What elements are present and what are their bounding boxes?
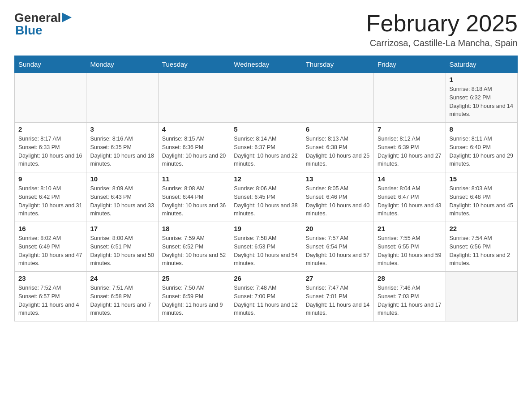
calendar-cell [230, 73, 302, 123]
day-number: 9 [18, 175, 82, 183]
calendar-cell: 23Sunrise: 7:52 AM Sunset: 6:57 PM Dayli… [15, 272, 86, 321]
calendar-cell: 14Sunrise: 8:04 AM Sunset: 6:47 PM Dayli… [374, 172, 446, 222]
day-info: Sunrise: 7:57 AM Sunset: 6:54 PM Dayligh… [306, 234, 370, 268]
calendar-cell: 10Sunrise: 8:09 AM Sunset: 6:43 PM Dayli… [86, 172, 158, 222]
title-area: February 2025 Carrizosa, Castille-La Man… [366, 11, 518, 48]
calendar-cell: 9Sunrise: 8:10 AM Sunset: 6:42 PM Daylig… [15, 172, 86, 222]
weekday-header-saturday: Saturday [446, 56, 517, 73]
day-info: Sunrise: 8:05 AM Sunset: 6:46 PM Dayligh… [306, 184, 370, 218]
day-number: 20 [306, 225, 370, 232]
calendar-cell [374, 73, 446, 123]
day-number: 17 [90, 225, 154, 232]
logo-arrow-icon [62, 12, 74, 23]
day-info: Sunrise: 8:09 AM Sunset: 6:43 PM Dayligh… [90, 184, 154, 218]
day-info: Sunrise: 7:51 AM Sunset: 6:58 PM Dayligh… [90, 284, 154, 317]
calendar-cell: 5Sunrise: 8:14 AM Sunset: 6:37 PM Daylig… [230, 123, 302, 172]
day-info: Sunrise: 7:58 AM Sunset: 6:53 PM Dayligh… [234, 234, 298, 268]
day-number: 22 [450, 225, 514, 232]
day-number: 8 [450, 125, 514, 133]
calendar-cell: 16Sunrise: 8:02 AM Sunset: 6:49 PM Dayli… [15, 222, 86, 272]
day-info: Sunrise: 7:46 AM Sunset: 7:03 PM Dayligh… [378, 284, 442, 317]
calendar-cell: 11Sunrise: 8:08 AM Sunset: 6:44 PM Dayli… [158, 172, 230, 222]
day-number: 25 [162, 274, 226, 282]
day-number: 26 [234, 274, 298, 282]
day-info: Sunrise: 8:06 AM Sunset: 6:45 PM Dayligh… [234, 184, 298, 218]
day-info: Sunrise: 8:04 AM Sunset: 6:47 PM Dayligh… [378, 184, 442, 218]
day-info: Sunrise: 8:17 AM Sunset: 6:33 PM Dayligh… [18, 135, 82, 168]
calendar-table: SundayMondayTuesdayWednesdayThursdayFrid… [14, 56, 518, 321]
day-number: 28 [378, 274, 442, 282]
day-info: Sunrise: 7:48 AM Sunset: 7:00 PM Dayligh… [234, 284, 298, 317]
calendar-cell: 18Sunrise: 7:59 AM Sunset: 6:52 PM Dayli… [158, 222, 230, 272]
calendar-cell: 17Sunrise: 8:00 AM Sunset: 6:51 PM Dayli… [86, 222, 158, 272]
calendar-cell [302, 73, 373, 123]
day-number: 14 [378, 175, 442, 183]
day-number: 27 [306, 274, 370, 282]
logo-blue-text: Blue [15, 23, 43, 37]
day-number: 3 [90, 125, 154, 133]
calendar-cell: 24Sunrise: 7:51 AM Sunset: 6:58 PM Dayli… [86, 272, 158, 321]
calendar-cell: 6Sunrise: 8:13 AM Sunset: 6:38 PM Daylig… [302, 123, 373, 172]
day-info: Sunrise: 8:15 AM Sunset: 6:36 PM Dayligh… [162, 135, 226, 168]
day-number: 5 [234, 125, 298, 133]
weekday-header-sunday: Sunday [15, 56, 86, 73]
page-title: February 2025 [366, 11, 518, 36]
calendar-cell: 15Sunrise: 8:03 AM Sunset: 6:48 PM Dayli… [446, 172, 517, 222]
calendar-cell [446, 272, 517, 321]
day-info: Sunrise: 8:13 AM Sunset: 6:38 PM Dayligh… [306, 135, 370, 168]
day-info: Sunrise: 7:47 AM Sunset: 7:01 PM Dayligh… [306, 284, 370, 317]
calendar-cell: 8Sunrise: 8:11 AM Sunset: 6:40 PM Daylig… [446, 123, 517, 172]
calendar-cell: 28Sunrise: 7:46 AM Sunset: 7:03 PM Dayli… [374, 272, 446, 321]
svg-marker-0 [62, 13, 72, 22]
day-number: 16 [18, 225, 82, 232]
calendar-cell: 7Sunrise: 8:12 AM Sunset: 6:39 PM Daylig… [374, 123, 446, 172]
calendar-cell [86, 73, 158, 123]
day-info: Sunrise: 8:18 AM Sunset: 6:32 PM Dayligh… [450, 85, 514, 119]
day-info: Sunrise: 7:54 AM Sunset: 6:56 PM Dayligh… [450, 234, 514, 268]
calendar-week-row: 23Sunrise: 7:52 AM Sunset: 6:57 PM Dayli… [15, 272, 518, 321]
day-info: Sunrise: 8:11 AM Sunset: 6:40 PM Dayligh… [450, 135, 514, 168]
day-info: Sunrise: 7:52 AM Sunset: 6:57 PM Dayligh… [18, 284, 82, 317]
day-number: 4 [162, 125, 226, 133]
day-number: 12 [234, 175, 298, 183]
calendar-cell: 21Sunrise: 7:55 AM Sunset: 6:55 PM Dayli… [374, 222, 446, 272]
day-number: 24 [90, 274, 154, 282]
calendar-cell: 1Sunrise: 8:18 AM Sunset: 6:32 PM Daylig… [446, 73, 517, 123]
calendar-cell: 4Sunrise: 8:15 AM Sunset: 6:36 PM Daylig… [158, 123, 230, 172]
day-info: Sunrise: 8:10 AM Sunset: 6:42 PM Dayligh… [18, 184, 82, 218]
day-info: Sunrise: 8:14 AM Sunset: 6:37 PM Dayligh… [234, 135, 298, 168]
calendar-cell: 22Sunrise: 7:54 AM Sunset: 6:56 PM Dayli… [446, 222, 517, 272]
day-info: Sunrise: 7:55 AM Sunset: 6:55 PM Dayligh… [378, 234, 442, 268]
calendar-week-row: 16Sunrise: 8:02 AM Sunset: 6:49 PM Dayli… [15, 222, 518, 272]
day-number: 11 [162, 175, 226, 183]
day-info: Sunrise: 8:00 AM Sunset: 6:51 PM Dayligh… [90, 234, 154, 268]
day-number: 2 [18, 125, 82, 133]
calendar-cell: 26Sunrise: 7:48 AM Sunset: 7:00 PM Dayli… [230, 272, 302, 321]
day-number: 7 [378, 125, 442, 133]
day-number: 1 [450, 76, 514, 83]
weekday-header-monday: Monday [86, 56, 158, 73]
day-number: 23 [18, 274, 82, 282]
day-number: 6 [306, 125, 370, 133]
weekday-header-friday: Friday [374, 56, 446, 73]
weekday-header-tuesday: Tuesday [158, 56, 230, 73]
weekday-header-wednesday: Wednesday [230, 56, 302, 73]
day-number: 21 [378, 225, 442, 232]
calendar-cell: 3Sunrise: 8:16 AM Sunset: 6:35 PM Daylig… [86, 123, 158, 172]
day-number: 13 [306, 175, 370, 183]
day-number: 19 [234, 225, 298, 232]
page-header: General Blue February 2025 Carrizosa, Ca… [14, 11, 518, 48]
day-info: Sunrise: 8:16 AM Sunset: 6:35 PM Dayligh… [90, 135, 154, 168]
day-info: Sunrise: 7:50 AM Sunset: 6:59 PM Dayligh… [162, 284, 226, 317]
day-info: Sunrise: 8:02 AM Sunset: 6:49 PM Dayligh… [18, 234, 82, 268]
day-number: 10 [90, 175, 154, 183]
page-subtitle: Carrizosa, Castille-La Mancha, Spain [366, 38, 518, 48]
calendar-cell: 19Sunrise: 7:58 AM Sunset: 6:53 PM Dayli… [230, 222, 302, 272]
calendar-cell: 13Sunrise: 8:05 AM Sunset: 6:46 PM Dayli… [302, 172, 373, 222]
calendar-week-row: 1Sunrise: 8:18 AM Sunset: 6:32 PM Daylig… [15, 73, 518, 123]
day-info: Sunrise: 8:08 AM Sunset: 6:44 PM Dayligh… [162, 184, 226, 218]
calendar-cell: 20Sunrise: 7:57 AM Sunset: 6:54 PM Dayli… [302, 222, 373, 272]
day-info: Sunrise: 8:12 AM Sunset: 6:39 PM Dayligh… [378, 135, 442, 168]
calendar-cell: 2Sunrise: 8:17 AM Sunset: 6:33 PM Daylig… [15, 123, 86, 172]
calendar-cell: 27Sunrise: 7:47 AM Sunset: 7:01 PM Dayli… [302, 272, 373, 321]
